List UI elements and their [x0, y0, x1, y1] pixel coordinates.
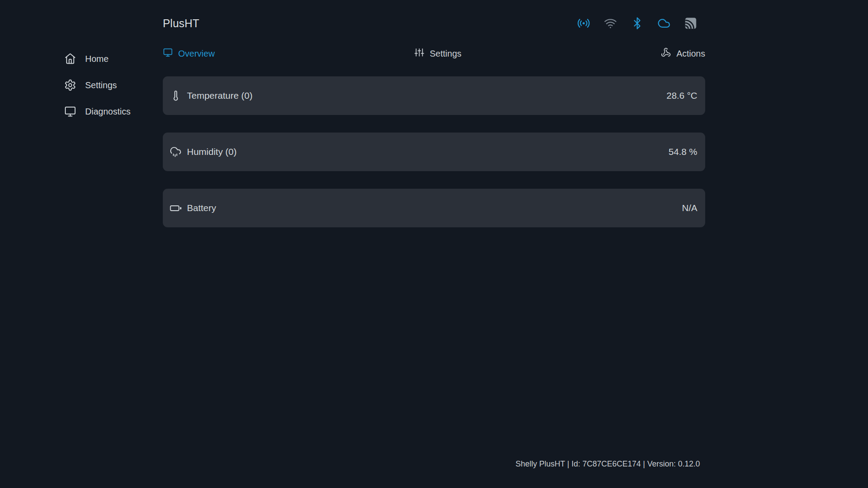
tab-actions[interactable]: Actions [661, 47, 705, 60]
access-point-icon [577, 17, 590, 30]
sidebar-item-settings[interactable]: Settings [64, 72, 130, 98]
webhook-icon [661, 47, 671, 60]
humidity-icon [169, 146, 182, 158]
device-info-footer: Shelly PlusHT | Id: 7C87CE6CE174 | Versi… [516, 459, 700, 469]
main-panel: PlusHT [163, 0, 705, 488]
bluetooth-icon [631, 17, 644, 30]
card-list: Temperature (0) 28.6 °C Humidity (0) [163, 76, 705, 227]
battery-value: N/A [682, 203, 699, 213]
card-header: Humidity (0) [169, 146, 237, 158]
tab-overview[interactable]: Overview [163, 47, 215, 60]
card-label: Battery [187, 203, 216, 213]
status-icons [577, 17, 705, 30]
card-label: Temperature (0) [187, 90, 252, 101]
home-icon [64, 53, 76, 65]
gear-icon [64, 79, 76, 91]
sidebar-item-home[interactable]: Home [64, 46, 130, 72]
app-root: Home Settings Diagnostics PlusH [0, 0, 868, 488]
monitor-icon [64, 105, 76, 118]
humidity-value: 54.8 % [669, 147, 699, 157]
sidebar-item-label: Diagnostics [85, 107, 130, 117]
tab-settings[interactable]: Settings [414, 47, 461, 60]
mqtt-icon [684, 17, 697, 30]
tab-label: Actions [676, 49, 705, 59]
monitor-icon [163, 47, 173, 60]
battery-card[interactable]: Battery N/A [163, 189, 705, 227]
temperature-value: 28.6 °C [667, 90, 699, 101]
sliders-icon [414, 47, 424, 60]
card-header: Temperature (0) [169, 90, 252, 102]
card-label: Humidity (0) [187, 147, 237, 157]
sidebar: Home Settings Diagnostics [64, 46, 130, 125]
wifi-icon [604, 17, 617, 30]
header: PlusHT [163, 0, 705, 32]
thermometer-icon [169, 90, 182, 102]
tab-bar: Overview Settings [163, 47, 705, 60]
cloud-icon [657, 17, 671, 30]
sidebar-item-diagnostics[interactable]: Diagnostics [64, 98, 130, 125]
tab-label: Settings [430, 49, 461, 59]
sidebar-item-label: Settings [85, 80, 117, 90]
tab-label: Overview [178, 49, 215, 59]
temperature-card[interactable]: Temperature (0) 28.6 °C [163, 76, 705, 115]
page-title: PlusHT [163, 17, 199, 30]
sidebar-item-label: Home [85, 54, 108, 64]
humidity-card[interactable]: Humidity (0) 54.8 % [163, 133, 705, 171]
card-header: Battery [169, 202, 216, 215]
battery-icon [169, 202, 182, 215]
